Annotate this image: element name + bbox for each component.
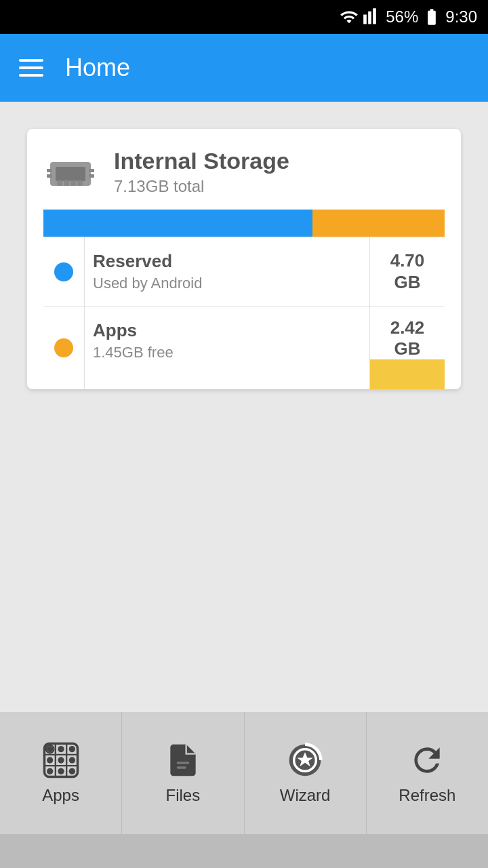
bottom-nav: Apps Files Wizard <box>0 712 488 834</box>
apps-value: 2.42 GB <box>370 307 445 389</box>
svg-rect-1 <box>56 167 85 181</box>
reserved-indicator <box>43 237 84 306</box>
reserved-value: 4.70 GB <box>370 237 445 306</box>
files-nav-label: Files <box>166 786 201 805</box>
svg-rect-25 <box>177 762 190 764</box>
svg-rect-6 <box>57 180 62 186</box>
svg-point-15 <box>68 757 75 763</box>
storage-row-apps: Apps 1.45GB free 2.42 GB <box>43 306 445 389</box>
page-title: Home <box>65 54 130 82</box>
apps-value-badge <box>370 359 445 389</box>
svg-point-13 <box>47 757 53 763</box>
svg-point-10 <box>47 746 53 752</box>
svg-rect-26 <box>177 766 186 769</box>
storage-bar <box>43 210 445 237</box>
apps-value-text: 2.42 GB <box>390 317 425 359</box>
wifi-icon <box>340 7 359 26</box>
apps-dot <box>54 338 73 357</box>
svg-rect-8 <box>70 180 76 186</box>
card-header: Internal Storage 7.13GB total <box>43 148 445 196</box>
storage-bar-used <box>43 210 312 237</box>
signal-icon <box>363 7 382 26</box>
svg-point-18 <box>68 768 75 774</box>
main-content: Internal Storage 7.13GB total Reserved U… <box>0 102 488 698</box>
apps-icon <box>42 741 80 779</box>
svg-rect-7 <box>64 180 69 186</box>
card-header-text: Internal Storage 7.13GB total <box>114 148 289 196</box>
wizard-nav-label: Wizard <box>280 786 331 805</box>
nav-item-files[interactable]: Files <box>122 712 244 834</box>
svg-point-16 <box>47 768 53 774</box>
apps-label: Apps <box>93 320 361 341</box>
storage-title: Internal Storage <box>114 148 289 174</box>
refresh-icon <box>408 741 446 779</box>
apps-sublabel: 1.45GB free <box>93 344 361 361</box>
menu-button[interactable] <box>19 59 43 77</box>
nav-item-wizard[interactable]: Wizard <box>245 712 367 834</box>
status-bar: 56% 9:30 <box>0 0 488 34</box>
system-bottom-bar <box>0 834 488 868</box>
svg-point-11 <box>58 746 64 752</box>
reserved-info: Reserved Used by Android <box>84 237 370 306</box>
storage-card: Internal Storage 7.13GB total Reserved U… <box>27 129 461 389</box>
nav-item-apps[interactable]: Apps <box>0 712 122 834</box>
refresh-nav-label: Refresh <box>399 786 455 805</box>
storage-total: 7.13GB total <box>114 177 289 196</box>
files-icon <box>164 741 202 779</box>
svg-point-17 <box>58 768 64 774</box>
storage-chip-icon <box>43 152 98 193</box>
svg-rect-4 <box>89 169 94 172</box>
svg-point-14 <box>58 757 64 763</box>
time-text: 9:30 <box>445 7 477 26</box>
apps-info: Apps 1.45GB free <box>84 307 370 389</box>
battery-text: 56% <box>386 7 418 26</box>
svg-rect-3 <box>47 174 52 178</box>
svg-rect-9 <box>77 180 83 186</box>
reserved-label: Reserved <box>93 251 361 272</box>
reserved-value-text: 4.70 GB <box>390 250 425 292</box>
storage-bar-apps <box>312 210 445 237</box>
storage-row-reserved: Reserved Used by Android 4.70 GB <box>43 237 445 306</box>
svg-rect-2 <box>47 169 52 172</box>
top-app-bar: Home <box>0 34 488 102</box>
wizard-icon <box>286 741 324 779</box>
reserved-sublabel: Used by Android <box>93 275 361 292</box>
svg-rect-5 <box>89 174 94 178</box>
battery-icon <box>422 7 441 26</box>
reserved-dot <box>54 262 73 281</box>
apps-nav-label: Apps <box>42 786 79 805</box>
status-icons: 56% 9:30 <box>340 7 477 26</box>
apps-indicator <box>43 307 84 389</box>
svg-point-12 <box>68 746 75 752</box>
nav-item-refresh[interactable]: Refresh <box>367 712 488 834</box>
